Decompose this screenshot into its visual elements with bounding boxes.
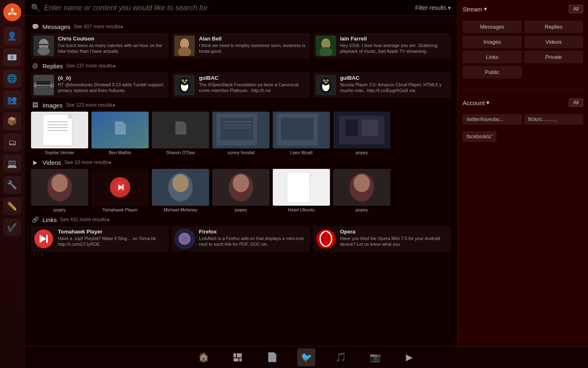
videos-more-button[interactable]: See 10 more results ▸ — [65, 159, 111, 165]
account-tag-flickr[interactable]: flickr/c........... — [524, 114, 584, 125]
videos-title: Videos — [42, 159, 61, 166]
sidebar-icon-2[interactable]: 📧 — [3, 48, 21, 66]
message-content: Alan Bell I think we need to employ some… — [199, 36, 307, 56]
stream-header: Stream ▾ All — [463, 5, 583, 13]
svg-point-80 — [354, 174, 370, 192]
video-thumb — [91, 169, 149, 206]
links-more-button[interactable]: See 431 more results ▸ — [60, 217, 110, 222]
video-item[interactable]: Michael Moloney — [152, 169, 209, 212]
videos-grid: popey Tomahawk Player — [31, 169, 451, 212]
filter-public-button[interactable]: Public — [463, 66, 522, 79]
reply-item[interactable]: gulBAC Nuvola Player 2.0: Amazon Cloud P… — [313, 72, 451, 98]
video-thumb — [31, 169, 88, 206]
svg-point-22 — [180, 77, 189, 85]
chevron-right-icon: ▸ — [121, 24, 123, 29]
reply-item[interactable]: gulBAC The #OpenStack Foundation ya tien… — [172, 72, 310, 98]
sidebar-icon-7[interactable]: 💻 — [3, 155, 21, 173]
sidebar-icon-4[interactable]: 👥 — [3, 91, 21, 109]
taskbar: 🏠 📄 🐦 🎵 📷 ▶ — [24, 346, 588, 368]
link-item[interactable]: Opera Have you tried the Opera Mini 7.5 … — [313, 226, 451, 251]
image-item[interactable]: 📄 Ben Mathis — [91, 112, 149, 155]
message-item[interactable]: Iain Farrell Hey iOS6. I love how averag… — [313, 33, 451, 58]
svg-point-7 — [38, 47, 50, 55]
search-icon: 🔍 — [31, 3, 40, 12]
link-item[interactable]: Firefox LinkAlert is a Firefox add-on th… — [172, 226, 310, 251]
chevron-down-icon: ▾ — [486, 99, 490, 106]
image-item[interactable]: 📄 Sharon O'Dea — [152, 112, 209, 155]
image-thumb — [333, 112, 390, 148]
sidebar: 👤 📧 🌐 👥 📦 🗂 💻 🔧 ✏️ ✔️ — [0, 0, 24, 368]
images-section-header: 🖼 Images See 123 more results ▸ — [31, 101, 451, 109]
video-item[interactable]: popey — [333, 169, 390, 212]
avatar — [33, 36, 54, 56]
messages-grid: Chris Coulson I've burnt twice as many c… — [31, 33, 451, 58]
image-thumb — [273, 112, 330, 148]
sidebar-icon-5[interactable]: 📦 — [3, 112, 21, 130]
chevron-right-icon: ▸ — [113, 102, 116, 108]
taskbar-files[interactable]: 📄 — [263, 348, 281, 366]
chevron-down-icon: ▾ — [484, 5, 487, 13]
stream-title: Stream ▾ — [463, 5, 487, 13]
message-item[interactable]: Chris Coulson I've burnt twice as many c… — [31, 33, 169, 58]
filter-images-button[interactable]: Images — [463, 36, 522, 48]
svg-rect-59 — [281, 118, 314, 140]
filter-links-button[interactable]: Links — [463, 51, 522, 63]
taskbar-apps[interactable] — [229, 348, 247, 366]
sidebar-icon-10[interactable]: ✔️ — [3, 218, 21, 236]
svg-rect-91 — [234, 358, 238, 361]
replies-title: Replies — [42, 63, 63, 70]
svg-point-31 — [322, 77, 330, 85]
sidebar-icon-6[interactable]: 🗂 — [3, 133, 21, 151]
sidebar-icon-9[interactable]: ✏️ — [3, 197, 21, 215]
messages-more-button[interactable]: See 407 more results ▸ — [74, 24, 123, 29]
video-thumb — [333, 169, 390, 206]
images-more-button[interactable]: See 123 more results ▸ — [66, 102, 116, 108]
svg-point-35 — [327, 80, 327, 81]
tomahawk-icon — [33, 229, 54, 249]
image-item[interactable]: Sophie Vernier — [31, 112, 88, 155]
filter-replies-button[interactable]: Replies — [524, 20, 584, 33]
svg-rect-6 — [39, 44, 49, 45]
video-item[interactable]: Heart Ubuntu — [273, 169, 330, 212]
filter-videos-button[interactable]: Videos — [524, 36, 584, 48]
svg-point-85 — [181, 236, 188, 242]
search-input[interactable] — [44, 4, 411, 12]
links-icon: 🔗 — [31, 215, 39, 224]
taskbar-music[interactable]: 🎵 — [332, 348, 350, 366]
search-bar: 🔍 Filter results ▾ — [24, 0, 457, 16]
image-item[interactable]: popey — [333, 112, 390, 155]
replies-section-header: @ Replies See 237 more results ▸ — [31, 62, 451, 70]
svg-point-66 — [51, 174, 68, 192]
filter-messages-button[interactable]: Messages — [463, 20, 522, 33]
image-item[interactable]: sunny hundal — [212, 112, 270, 155]
image-item[interactable]: Liam Wyatt — [273, 112, 330, 155]
taskbar-video[interactable]: ▶ — [400, 348, 418, 366]
avatar: CENSORED ▬▬▬▬ — [33, 75, 54, 95]
account-tag-twitter[interactable]: twitter/iloveubu... — [463, 114, 522, 125]
reply-item[interactable]: CENSORED ▬▬▬▬ (ó_ò) RT @iloveubuntu Shot… — [31, 72, 169, 98]
ubuntu-logo-icon[interactable] — [3, 3, 21, 21]
svg-rect-53 — [220, 118, 253, 140]
video-item[interactable]: Tomahawk Player — [91, 169, 149, 212]
replies-more-button[interactable]: See 237 more results ▸ — [66, 63, 116, 69]
sidebar-icon-1[interactable]: 👤 — [3, 27, 21, 45]
filter-results-button[interactable]: Filter results ▾ — [415, 4, 451, 11]
taskbar-social[interactable]: 🐦 — [297, 348, 315, 366]
avatar — [316, 36, 336, 56]
account-tags-grid: twitter/iloveubu... flickr/c........... — [463, 114, 583, 125]
sidebar-icon-3[interactable]: 🌐 — [3, 70, 21, 88]
svg-point-36 — [325, 82, 327, 83]
firefox-icon — [174, 229, 195, 249]
taskbar-photos[interactable]: 📷 — [366, 348, 384, 366]
link-item[interactable]: Tomahawk Player Have a .xspf Playlist? M… — [31, 226, 169, 251]
message-item[interactable]: Alan Bell I think we need to employ some… — [172, 33, 310, 58]
taskbar-home[interactable]: 🏠 — [194, 348, 212, 366]
sidebar-icon-8[interactable]: 🔧 — [3, 176, 21, 194]
account-all-button[interactable]: All — [569, 99, 583, 107]
stream-all-button[interactable]: All — [569, 5, 583, 13]
filter-private-button[interactable]: Private — [524, 51, 584, 63]
video-item[interactable]: popey — [212, 169, 270, 212]
replies-grid: CENSORED ▬▬▬▬ (ó_ò) RT @iloveubuntu Shot… — [31, 72, 451, 98]
video-item[interactable]: popey — [31, 169, 88, 212]
account-tag-facebook[interactable]: facebook/a'' — [463, 131, 497, 142]
